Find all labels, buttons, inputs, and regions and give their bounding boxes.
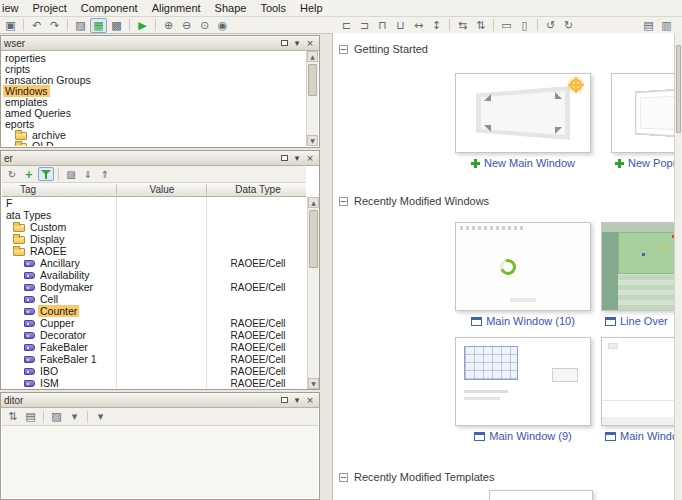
grid-toggle-icon[interactable]: ▦ bbox=[90, 18, 107, 33]
collapse-icon[interactable]: − bbox=[339, 197, 348, 206]
recent-template-thumb-partial[interactable] bbox=[489, 490, 593, 500]
tag-row-custom[interactable]: Custom bbox=[2, 221, 306, 233]
recent-window-thumb-2[interactable] bbox=[601, 222, 674, 311]
stretch-vertical-icon[interactable]: ↕ bbox=[428, 18, 445, 33]
tools-icon[interactable]: ▨ bbox=[48, 409, 65, 424]
recent-window-thumb-3[interactable] bbox=[455, 337, 591, 426]
recent-window-thumb-4[interactable] bbox=[601, 337, 674, 426]
recent-window-link-3[interactable]: Main Window (9) bbox=[455, 430, 591, 442]
menu-project[interactable]: Project bbox=[26, 1, 74, 15]
menu-shape[interactable]: Shape bbox=[208, 1, 254, 15]
tree-item-archive[interactable]: archive bbox=[2, 129, 305, 140]
scroll-thumb[interactable] bbox=[309, 210, 318, 268]
dropdown-icon[interactable]: ▾ bbox=[92, 409, 109, 424]
dropdown-icon[interactable]: ▾ bbox=[66, 409, 83, 424]
tag-edit-icon[interactable]: ▨ bbox=[63, 167, 79, 181]
tag-row-fakebaler-1[interactable]: FakeBaler 1 RAOEE/Cell bbox=[2, 353, 306, 365]
column-tag[interactable]: Tag bbox=[20, 184, 36, 195]
tag-row-decorator[interactable]: Decorator RAOEE/Cell bbox=[2, 329, 306, 341]
new-popup-window-link[interactable]: New Popup W bbox=[615, 157, 674, 169]
browser-scrollbar[interactable]: ▲ ▼ bbox=[306, 51, 318, 146]
float-panel-icon[interactable] bbox=[278, 37, 290, 49]
recent-window-link-4[interactable]: Main Windo bbox=[605, 430, 674, 442]
tree-item-scripts[interactable]: cripts bbox=[2, 63, 305, 74]
pin-panel-icon[interactable]: ▾ bbox=[291, 394, 303, 406]
add-tag-icon[interactable]: + bbox=[21, 167, 37, 181]
scroll-down-icon[interactable]: ▼ bbox=[308, 378, 319, 389]
new-main-window-link[interactable]: New Main Window bbox=[455, 157, 591, 169]
recent-window-thumb-1[interactable] bbox=[455, 222, 591, 311]
match-width-icon[interactable]: ▭ bbox=[498, 18, 515, 33]
distribute-vertical-icon[interactable]: ⇅ bbox=[472, 18, 489, 33]
float-panel-icon[interactable] bbox=[278, 152, 290, 164]
align-left-icon[interactable]: ⊏ bbox=[338, 18, 355, 33]
menu-tools[interactable]: Tools bbox=[253, 1, 293, 15]
rotate-ccw-icon[interactable]: ↺ bbox=[542, 18, 559, 33]
tag-row-raoee[interactable]: RAOEE bbox=[2, 245, 306, 257]
align-bottom-icon[interactable]: ⊔ bbox=[392, 18, 409, 33]
match-height-icon[interactable]: ▯ bbox=[516, 18, 533, 33]
menu-help[interactable]: Help bbox=[293, 1, 330, 15]
tree-item-properties[interactable]: roperties bbox=[2, 52, 305, 63]
filter-icon[interactable] bbox=[38, 167, 54, 181]
align-top-icon[interactable]: ⊓ bbox=[374, 18, 391, 33]
import-tags-icon[interactable]: ⇓ bbox=[80, 167, 96, 181]
collapse-icon[interactable]: − bbox=[339, 45, 348, 54]
column-value[interactable]: Value bbox=[117, 184, 207, 195]
tree-item-transaction-groups[interactable]: ransaction Groups bbox=[2, 74, 305, 85]
tag-row-availability[interactable]: Availability bbox=[2, 269, 306, 281]
tag-row-cupper[interactable]: Cupper RAOEE/Cell bbox=[2, 317, 306, 329]
float-panel-icon[interactable] bbox=[278, 394, 290, 406]
tag-row-data-types[interactable]: ata Types bbox=[2, 209, 306, 221]
stretch-horizontal-icon[interactable]: ↔ bbox=[410, 18, 427, 33]
menu-alignment[interactable]: Alignment bbox=[145, 1, 208, 15]
column-divider[interactable] bbox=[206, 184, 207, 195]
refresh-icon[interactable]: ↻ bbox=[4, 167, 20, 181]
rotate-cw-icon[interactable]: ↻ bbox=[560, 18, 577, 33]
distribute-horizontal-icon[interactable]: ⇆ bbox=[454, 18, 471, 33]
play-icon[interactable]: ▶ bbox=[134, 18, 151, 33]
tag-row-ancillary[interactable]: Ancillary RAOEE/Cell bbox=[2, 257, 306, 269]
pin-panel-icon[interactable]: ▾ bbox=[291, 152, 303, 164]
detail-view-icon[interactable]: ▥ bbox=[658, 18, 675, 33]
column-divider[interactable] bbox=[116, 184, 117, 195]
tag-row-counter[interactable]: Counter bbox=[2, 305, 306, 317]
tag-row-ism[interactable]: ISM RAOEE/Cell bbox=[2, 377, 306, 388]
preview-icon[interactable]: ◉ bbox=[214, 18, 231, 33]
zoom-actual-icon[interactable]: ⊙ bbox=[196, 18, 213, 33]
scroll-thumb[interactable] bbox=[308, 64, 317, 96]
export-tags-icon[interactable]: ⇑ bbox=[97, 167, 113, 181]
tree-item-templates[interactable]: emplates bbox=[2, 96, 305, 107]
new-main-window-card[interactable] bbox=[455, 73, 591, 153]
tree-item-old[interactable]: OLD bbox=[2, 140, 305, 146]
categorize-icon[interactable]: ▤ bbox=[22, 409, 39, 424]
sort-icon[interactable]: ⇅ bbox=[4, 409, 21, 424]
tag-scrollbar[interactable]: ▲ ▼ bbox=[307, 197, 319, 389]
zoom-out-icon[interactable]: ⊖ bbox=[178, 18, 195, 33]
main-scrollbar[interactable] bbox=[674, 33, 682, 500]
scroll-down-icon[interactable]: ▼ bbox=[307, 135, 318, 146]
close-panel-icon[interactable]: × bbox=[304, 152, 316, 164]
new-popup-window-card[interactable] bbox=[611, 73, 674, 153]
close-panel-icon[interactable]: × bbox=[304, 37, 316, 49]
undo-icon[interactable]: ↶ bbox=[28, 18, 45, 33]
recent-window-link-2[interactable]: Line Over bbox=[605, 315, 668, 327]
tag-row-cell[interactable]: Cell bbox=[2, 293, 306, 305]
tree-item-windows[interactable]: Windows bbox=[2, 85, 305, 96]
tree-item-reports[interactable]: eports bbox=[2, 118, 305, 129]
tag-row-bodymaker[interactable]: Bodymaker RAOEE/Cell bbox=[2, 281, 306, 293]
grid-view-icon[interactable]: ▤ bbox=[640, 18, 657, 33]
pin-panel-icon[interactable]: ▾ bbox=[291, 37, 303, 49]
zoom-in-icon[interactable]: ⊕ bbox=[160, 18, 177, 33]
save-icon[interactable]: ▣ bbox=[2, 18, 19, 33]
scroll-up-icon[interactable]: ▲ bbox=[307, 51, 318, 62]
recent-window-link-1[interactable]: Main Window (10) bbox=[455, 315, 591, 327]
close-panel-icon[interactable]: × bbox=[304, 394, 316, 406]
menu-component[interactable]: Component bbox=[74, 1, 145, 15]
collapse-icon[interactable]: − bbox=[339, 473, 348, 482]
scroll-up-icon[interactable]: ▲ bbox=[308, 197, 319, 208]
scroll-thumb[interactable] bbox=[676, 45, 681, 133]
tag-row-display[interactable]: Display bbox=[2, 233, 306, 245]
paint-icon[interactable]: ▨ bbox=[72, 18, 89, 33]
snap-icon[interactable]: ▩ bbox=[108, 18, 125, 33]
